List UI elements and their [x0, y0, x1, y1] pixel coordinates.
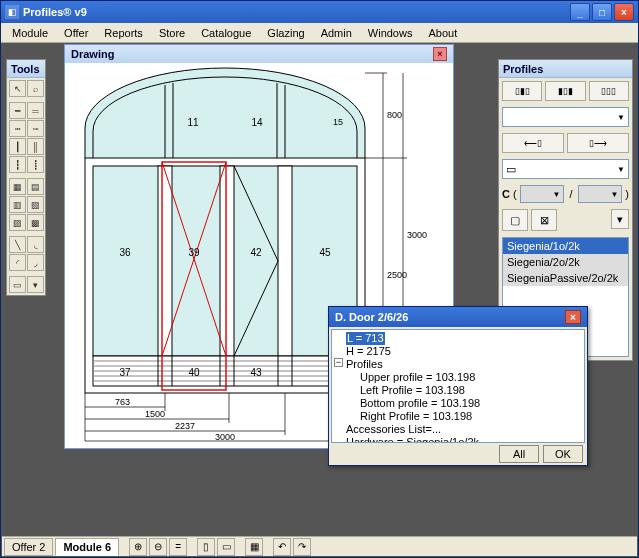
profile-type-3[interactable]: ▯▯▯	[589, 81, 629, 101]
prop-bottom[interactable]: Bottom profile = 103.198	[346, 397, 582, 410]
tool-grid1[interactable]: ▦	[9, 178, 26, 195]
pane-36: 36	[119, 247, 131, 258]
tools-title: Tools	[7, 60, 45, 78]
tool-grid2[interactable]: ▤	[27, 178, 44, 195]
profile-type-1[interactable]: ▯▮▯	[502, 81, 542, 101]
tool-curve1[interactable]: ╲	[9, 236, 26, 253]
opening-tilt[interactable]: ⊠	[531, 209, 557, 231]
tool-square[interactable]: ▭	[9, 276, 26, 293]
zoom-in-icon[interactable]: ⊕	[129, 538, 147, 556]
prop-right[interactable]: Right Profile = 103.198	[346, 410, 582, 423]
minimize-button[interactable]: _	[570, 3, 590, 21]
hardware-item-3[interactable]: SiegeniaPassive/2o/2k	[503, 270, 628, 286]
pane-43: 43	[250, 367, 262, 378]
status-tab-module[interactable]: Module 6	[55, 538, 119, 556]
profiles-title: Profiles	[499, 60, 632, 78]
pane-40: 40	[188, 367, 200, 378]
dialog-ok-button[interactable]: OK	[543, 445, 583, 463]
profile-join-right[interactable]: ▯⟶	[567, 133, 629, 153]
svg-rect-6	[158, 166, 172, 356]
tool-select[interactable]: ↖	[9, 80, 26, 97]
dim-1500: 1500	[145, 409, 165, 419]
menu-module[interactable]: Module	[5, 25, 55, 41]
menu-catalogue[interactable]: Catalogue	[194, 25, 258, 41]
profile-type-2[interactable]: ▮▯▮	[545, 81, 585, 101]
hardware-item-2[interactable]: Siegenia/2o/2k	[503, 254, 628, 270]
prop-profiles[interactable]: Profiles	[346, 358, 582, 371]
dim-15: 15	[333, 117, 343, 127]
dim-3000b: 3000	[215, 432, 235, 442]
properties-dialog: D. Door 2/6/26 × L = 713 H = 2175 − Prof…	[328, 306, 588, 466]
menu-windows[interactable]: Windows	[361, 25, 420, 41]
tool-grid3[interactable]: ▥	[9, 196, 26, 213]
tool-properties[interactable]: ⌕	[27, 80, 44, 97]
close-button[interactable]: ×	[614, 3, 634, 21]
color-label: C	[502, 188, 510, 200]
prop-hardware[interactable]: Hardware = Siegenia/1o/2k	[346, 436, 582, 443]
menu-store[interactable]: Store	[152, 25, 192, 41]
hardware-item-1[interactable]: Siegenia/1o/2k	[503, 238, 628, 254]
status-tab-offer[interactable]: Offer 2	[4, 538, 53, 556]
layout-1-icon[interactable]: ▯	[197, 538, 215, 556]
opening-more[interactable]: ▾	[611, 209, 629, 229]
drawing-close-button[interactable]: ×	[433, 47, 447, 61]
menu-reports[interactable]: Reports	[97, 25, 150, 41]
prop-h[interactable]: H = 2175	[346, 345, 582, 358]
app-icon: ◧	[5, 5, 19, 19]
dim-800: 800	[387, 110, 402, 120]
drawing-title: Drawing	[71, 48, 114, 60]
properties-tree[interactable]: L = 713 H = 2175 − Profiles Upper profil…	[331, 329, 585, 443]
menu-offer[interactable]: Offer	[57, 25, 95, 41]
tool-h3[interactable]: ┅	[9, 120, 26, 137]
app-title: Profiles® v9	[23, 6, 570, 18]
menu-admin[interactable]: Admin	[314, 25, 359, 41]
pane-39: 39	[188, 247, 200, 258]
profile-select[interactable]: ▼	[502, 107, 629, 127]
opening-fixed[interactable]: ▢	[502, 209, 528, 231]
redo-icon[interactable]: ↷	[293, 538, 311, 556]
statusbar: Offer 2 Module 6 ⊕ ⊖ = ▯ ▭ ▦ ↶ ↷	[2, 536, 637, 556]
layout-2-icon[interactable]: ▭	[217, 538, 235, 556]
expand-profiles[interactable]: −	[334, 358, 343, 367]
prop-accessories[interactable]: Accessories List=...	[346, 423, 582, 436]
tool-v1[interactable]: ┃	[9, 138, 26, 155]
pane-37: 37	[119, 367, 131, 378]
prop-upper[interactable]: Upper profile = 103.198	[346, 371, 582, 384]
undo-icon[interactable]: ↶	[273, 538, 291, 556]
menu-glazing[interactable]: Glazing	[260, 25, 311, 41]
tool-h1[interactable]: ━	[9, 102, 26, 119]
tool-v3[interactable]: ┇	[9, 156, 26, 173]
svg-rect-8	[278, 166, 292, 356]
tool-h4[interactable]: ┉	[27, 120, 44, 137]
tool-curve4[interactable]: ◞	[27, 254, 44, 271]
menubar: Module Offer Reports Store Catalogue Gla…	[1, 23, 638, 43]
dialog-all-button[interactable]: All	[499, 445, 539, 463]
dim-763: 763	[115, 397, 130, 407]
color-inner[interactable]: ▼	[578, 185, 623, 203]
tool-grid6[interactable]: ▩	[27, 214, 44, 231]
prop-left[interactable]: Left Profile = 103.198	[346, 384, 582, 397]
grid-icon[interactable]: ▦	[245, 538, 263, 556]
zoom-out-icon[interactable]: ⊖	[149, 538, 167, 556]
svg-rect-7	[220, 166, 234, 356]
zoom-fit-icon[interactable]: =	[169, 538, 187, 556]
section-select[interactable]: ▭▼	[502, 159, 629, 179]
maximize-button[interactable]: □	[592, 3, 612, 21]
pane-45: 45	[319, 247, 331, 258]
tool-curve2[interactable]: ◟	[27, 236, 44, 253]
tool-v2[interactable]: ║	[27, 138, 44, 155]
tool-curve3[interactable]: ◜	[9, 254, 26, 271]
tool-grid5[interactable]: ▨	[9, 214, 26, 231]
menu-about[interactable]: About	[421, 25, 464, 41]
pane-14: 14	[251, 117, 263, 128]
tool-v4[interactable]: ┋	[27, 156, 44, 173]
color-outer[interactable]: ▼	[520, 185, 565, 203]
prop-l[interactable]: L = 713	[346, 332, 385, 345]
tool-h2[interactable]: ═	[27, 102, 44, 119]
pane-11: 11	[187, 117, 199, 128]
dim-2500: 2500	[387, 270, 407, 280]
tool-grid4[interactable]: ▧	[27, 196, 44, 213]
tool-square-dd[interactable]: ▾	[27, 276, 44, 293]
profile-join-left[interactable]: ⟵▯	[502, 133, 564, 153]
dialog-close-button[interactable]: ×	[565, 310, 581, 324]
